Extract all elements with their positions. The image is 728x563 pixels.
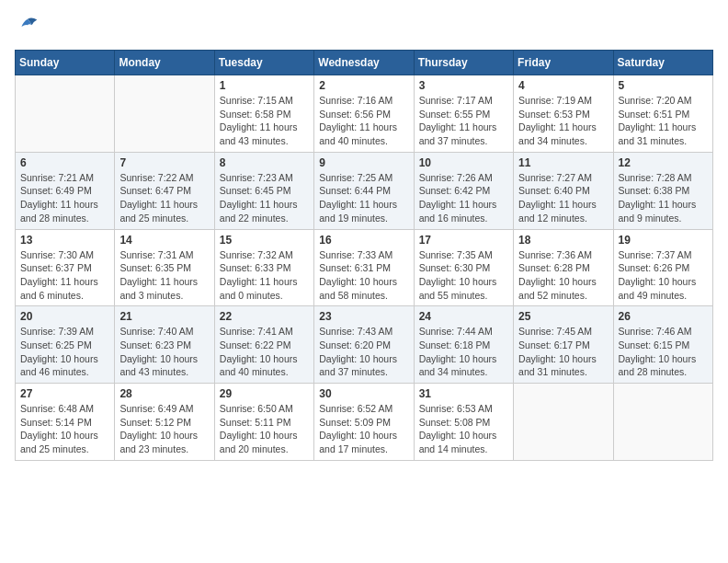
weekday-header-wednesday: Wednesday [314,51,414,75]
day-info: Sunrise: 7:22 AMSunset: 6:47 PMDaylight:… [119,171,209,225]
day-number: 11 [518,156,608,169]
day-number: 15 [220,234,309,247]
calendar-week-1: 1Sunrise: 7:15 AMSunset: 6:58 PMDaylight… [16,75,713,153]
day-number: 28 [119,387,209,400]
calendar-cell: 27Sunrise: 6:48 AMSunset: 5:14 PMDayligh… [16,384,115,461]
weekday-header-friday: Friday [514,51,613,75]
day-info: Sunrise: 7:20 AMSunset: 6:51 PMDaylight:… [619,94,708,148]
weekday-header-saturday: Saturday [613,51,712,75]
day-number: 1 [220,79,309,92]
calendar-cell: 3Sunrise: 7:17 AMSunset: 6:55 PMDaylight… [414,75,513,153]
page-header [15,15,713,40]
calendar-cell: 6Sunrise: 7:21 AMSunset: 6:49 PMDaylight… [16,152,115,229]
calendar-cell: 9Sunrise: 7:25 AMSunset: 6:44 PMDaylight… [314,152,414,229]
day-number: 13 [20,234,109,247]
day-info: Sunrise: 7:41 AMSunset: 6:22 PMDaylight:… [220,325,309,379]
day-number: 12 [619,156,708,169]
day-number: 17 [419,234,508,247]
day-number: 18 [518,234,608,247]
day-info: Sunrise: 7:39 AMSunset: 6:25 PMDaylight:… [20,325,109,379]
calendar-header: SundayMondayTuesdayWednesdayThursdayFrid… [16,51,713,75]
calendar-cell: 24Sunrise: 7:44 AMSunset: 6:18 PMDayligh… [414,306,513,384]
day-info: Sunrise: 7:17 AMSunset: 6:55 PMDaylight:… [419,94,508,148]
logo-bird-icon [15,15,40,40]
day-number: 20 [20,310,109,323]
calendar-cell: 7Sunrise: 7:22 AMSunset: 6:47 PMDaylight… [115,152,214,229]
day-info: Sunrise: 6:53 AMSunset: 5:08 PMDaylight:… [419,402,508,456]
day-info: Sunrise: 7:31 AMSunset: 6:35 PMDaylight:… [119,248,209,303]
day-number: 19 [619,234,708,247]
day-number: 10 [419,156,508,169]
calendar-cell: 14Sunrise: 7:31 AMSunset: 6:35 PMDayligh… [115,229,214,306]
day-info: Sunrise: 7:30 AMSunset: 6:37 PMDaylight:… [20,248,109,303]
day-info: Sunrise: 7:36 AMSunset: 6:28 PMDaylight:… [518,248,608,303]
day-info: Sunrise: 7:37 AMSunset: 6:26 PMDaylight:… [619,248,708,303]
day-number: 8 [220,156,309,169]
calendar-cell: 20Sunrise: 7:39 AMSunset: 6:25 PMDayligh… [16,306,115,384]
day-number: 14 [119,234,209,247]
calendar-cell: 4Sunrise: 7:19 AMSunset: 6:53 PMDaylight… [514,75,613,153]
calendar-cell: 28Sunrise: 6:49 AMSunset: 5:12 PMDayligh… [115,384,214,461]
day-info: Sunrise: 7:15 AMSunset: 6:58 PMDaylight:… [220,94,309,148]
calendar-cell: 15Sunrise: 7:32 AMSunset: 6:33 PMDayligh… [214,229,313,306]
calendar-cell: 22Sunrise: 7:41 AMSunset: 6:22 PMDayligh… [214,306,313,384]
calendar-week-2: 6Sunrise: 7:21 AMSunset: 6:49 PMDaylight… [16,152,713,229]
day-info: Sunrise: 7:45 AMSunset: 6:17 PMDaylight:… [518,325,608,379]
calendar-cell: 18Sunrise: 7:36 AMSunset: 6:28 PMDayligh… [514,229,613,306]
day-info: Sunrise: 6:52 AMSunset: 5:09 PMDaylight:… [319,402,408,456]
day-info: Sunrise: 7:43 AMSunset: 6:20 PMDaylight:… [319,325,408,379]
day-number: 4 [518,79,608,92]
calendar-cell: 30Sunrise: 6:52 AMSunset: 5:09 PMDayligh… [314,384,414,461]
day-info: Sunrise: 7:25 AMSunset: 6:44 PMDaylight:… [319,171,408,225]
calendar-cell: 17Sunrise: 7:35 AMSunset: 6:30 PMDayligh… [414,229,513,306]
day-number: 7 [119,156,209,169]
day-info: Sunrise: 7:44 AMSunset: 6:18 PMDaylight:… [419,325,508,379]
calendar-cell: 26Sunrise: 7:46 AMSunset: 6:15 PMDayligh… [613,306,712,384]
day-info: Sunrise: 7:16 AMSunset: 6:56 PMDaylight:… [319,94,408,148]
day-info: Sunrise: 7:23 AMSunset: 6:45 PMDaylight:… [220,171,309,225]
day-number: 9 [319,156,408,169]
day-number: 22 [220,310,309,323]
day-number: 30 [319,387,408,400]
weekday-header-tuesday: Tuesday [214,51,313,75]
day-info: Sunrise: 7:19 AMSunset: 6:53 PMDaylight:… [518,94,608,148]
day-number: 2 [319,79,408,92]
day-number: 26 [619,310,708,323]
day-number: 29 [220,387,309,400]
day-number: 27 [20,387,109,400]
weekday-header-sunday: Sunday [16,51,115,75]
calendar-cell: 11Sunrise: 7:27 AMSunset: 6:40 PMDayligh… [514,152,613,229]
calendar-cell: 19Sunrise: 7:37 AMSunset: 6:26 PMDayligh… [613,229,712,306]
day-number: 23 [319,310,408,323]
calendar-cell: 12Sunrise: 7:28 AMSunset: 6:38 PMDayligh… [613,152,712,229]
day-info: Sunrise: 7:21 AMSunset: 6:49 PMDaylight:… [20,171,109,225]
calendar-cell: 16Sunrise: 7:33 AMSunset: 6:31 PMDayligh… [314,229,414,306]
day-number: 5 [619,79,708,92]
calendar-table: SundayMondayTuesdayWednesdayThursdayFrid… [15,50,713,461]
calendar-cell: 10Sunrise: 7:26 AMSunset: 6:42 PMDayligh… [414,152,513,229]
calendar-cell: 21Sunrise: 7:40 AMSunset: 6:23 PMDayligh… [115,306,214,384]
weekday-header-row: SundayMondayTuesdayWednesdayThursdayFrid… [16,51,713,75]
calendar-cell: 2Sunrise: 7:16 AMSunset: 6:56 PMDaylight… [314,75,414,153]
day-info: Sunrise: 7:40 AMSunset: 6:23 PMDaylight:… [119,325,209,379]
calendar-cell [115,75,214,153]
day-info: Sunrise: 6:50 AMSunset: 5:11 PMDaylight:… [220,402,309,456]
calendar-cell: 25Sunrise: 7:45 AMSunset: 6:17 PMDayligh… [514,306,613,384]
day-info: Sunrise: 7:26 AMSunset: 6:42 PMDaylight:… [419,171,508,225]
logo [15,15,44,40]
calendar-cell: 13Sunrise: 7:30 AMSunset: 6:37 PMDayligh… [16,229,115,306]
day-number: 16 [319,234,408,247]
calendar-cell [16,75,115,153]
calendar-week-5: 27Sunrise: 6:48 AMSunset: 5:14 PMDayligh… [16,384,713,461]
weekday-header-monday: Monday [115,51,214,75]
day-info: Sunrise: 7:28 AMSunset: 6:38 PMDaylight:… [619,171,708,225]
calendar-cell: 5Sunrise: 7:20 AMSunset: 6:51 PMDaylight… [613,75,712,153]
calendar-week-3: 13Sunrise: 7:30 AMSunset: 6:37 PMDayligh… [16,229,713,306]
day-info: Sunrise: 6:49 AMSunset: 5:12 PMDaylight:… [119,402,209,456]
day-info: Sunrise: 7:32 AMSunset: 6:33 PMDaylight:… [220,248,309,303]
day-number: 6 [20,156,109,169]
calendar-cell [613,384,712,461]
day-info: Sunrise: 7:27 AMSunset: 6:40 PMDaylight:… [518,171,608,225]
calendar-week-4: 20Sunrise: 7:39 AMSunset: 6:25 PMDayligh… [16,306,713,384]
day-info: Sunrise: 7:33 AMSunset: 6:31 PMDaylight:… [319,248,408,303]
